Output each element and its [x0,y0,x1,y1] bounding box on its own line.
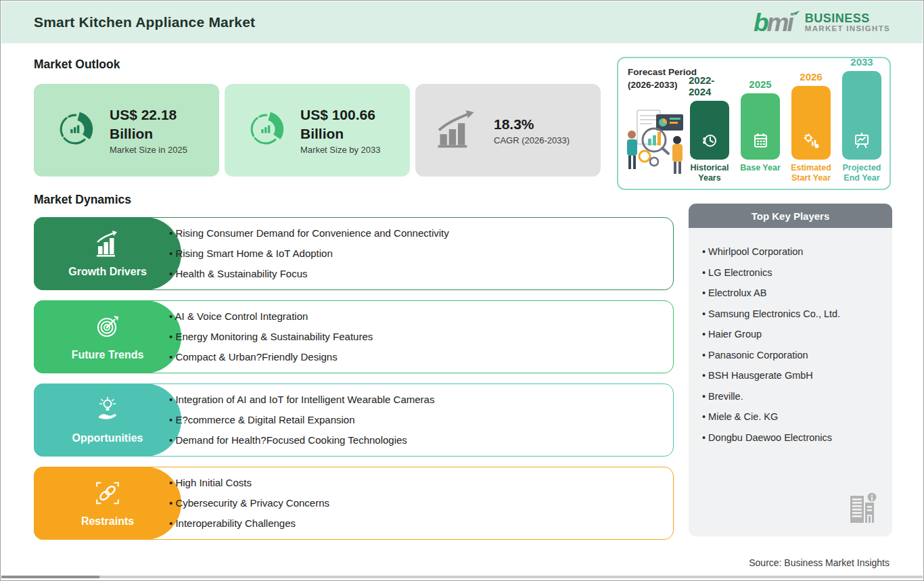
key-player-item: LG Electronics [702,266,879,279]
building-info-icon [846,492,877,528]
donut-chart-icon [54,108,96,153]
logo-letter-i: i [787,9,792,37]
bullet-item: Health & Sustainability Focus [169,267,662,281]
bar-role-label: Base Year [740,163,781,185]
presentation-icon [853,132,871,152]
history-clock-icon [701,132,718,152]
bullet-item: AI & Voice Control Integration [169,310,662,323]
bulb-hand-icon [94,396,121,426]
row-label-text: Future Trends [72,349,144,361]
bar-year-label: 2022-2024 [689,74,731,97]
forecast-bar-historical: 2022-2024 Historical Years [689,74,731,185]
forecast-period-panel: Forecast Period (2026-2033) [617,57,891,190]
bullet-item: Rising Consumer Demand for Convenience a… [169,227,662,240]
top-key-players-panel: Top Key Players Whirlpool Corporation LG… [689,204,892,536]
key-player-item: Whirlpool Corporation [702,246,879,258]
growth-drivers-bullets: Rising Consumer Demand for Convenience a… [169,218,662,289]
horizontal-scrollbar[interactable] [1,576,923,578]
gear-chart-icon [802,132,820,152]
stat-value: 18.3% [494,115,605,133]
row-label-text: Restraints [81,515,134,528]
page-title: Smart Kitchen Appliance Market [34,14,255,30]
bar-estimated-start [791,86,831,160]
restraints-bullets: High Initial Costs Cybersecurity & Priva… [169,467,662,539]
bar-role-label: Estimated Start Year [790,163,832,185]
logo-arrow-icon [793,8,800,15]
bullet-item: Cybersecurity & Privacy Concerns [169,496,662,510]
stat-card-market-size-2025: US$ 22.18 Billion Market Size in 2025 [34,84,219,177]
row-label-text: Opportunities [72,432,143,444]
analytics-illustration [622,99,690,178]
stat-cards: US$ 22.18 Billion Market Size in 2025 [34,84,601,177]
dynamics-row-restraints: Restraints High Initial Costs Cybersecur… [34,467,674,540]
stat-card-cagr: 18.3% CAGR (2026-2033) [415,84,601,177]
key-player-item: Samsung Electronics Co., Ltd. [702,308,879,320]
bullet-item: High Initial Costs [169,476,662,490]
forecast-title-line2: (2026-2033) [628,79,697,92]
header-bar: Smart Kitchen Appliance Market bmi BUSIN… [1,1,923,43]
stat-label: CAGR (2026-2033) [494,135,605,145]
bar-year-label: 2033 [850,56,873,68]
key-player-item: Breville. [702,390,879,402]
logo-line1: BUSINESS [805,12,890,25]
growth-drivers-label: Growth Drivers [34,217,181,290]
row-label-text: Growth Drivers [68,266,147,278]
bullet-item: E?commerce & Digital Retail Expansion [169,413,662,427]
calendar-icon [752,132,769,152]
bar-projected-end [842,71,881,160]
donut-chart-icon [245,108,287,153]
key-player-item: BSH Hausgerate GmbH [702,369,879,381]
future-trends-bullets: AI & Voice Control Integration Energy Mo… [169,301,662,373]
bullet-item: Integration of AI and IoT for Intelligen… [169,393,662,406]
infographic-page: Smart Kitchen Appliance Market bmi BUSIN… [0,0,924,581]
restraints-label: Restraints [34,467,181,540]
chain-link-icon [94,480,121,509]
bmi-logo: bmi BUSINESS MARKET INSIGHTS [754,10,890,35]
logo-line2: MARKET INSIGHTS [805,24,890,32]
forecast-bars: 2022-2024 Historical Years 2025 [689,56,883,185]
key-player-item: Haier Group [702,328,879,340]
market-dynamics-heading: Market Dynamics [34,193,131,207]
key-player-item: Dongbu Daewoo Electronics [702,432,879,444]
bar-role-label: Projected End Year [841,163,883,185]
key-players-header: Top Key Players [689,204,892,228]
bullet-item: Demand for Health?Focused Cooking Techno… [169,434,662,447]
scrollbar-thumb[interactable] [1,576,99,578]
future-trends-label: Future Trends [34,300,181,373]
bar-year-label: 2025 [749,78,771,90]
logo-letter-m: m [767,9,787,37]
bar-role-label: Historical Years [689,163,731,185]
growth-arrow-icon [436,110,480,151]
target-dart-icon [94,313,121,343]
key-players-list: Whirlpool Corporation LG Electronics Ele… [689,228,892,536]
dynamics-row-opportunities: Opportunities Integration of AI and IoT … [34,384,674,457]
market-outlook-heading: Market Outlook [34,57,120,72]
dynamics-row-growth-drivers: Growth Drivers Rising Consumer Demand fo… [34,217,674,290]
bullet-item: Compact & Urban?Friendly Designs [169,350,662,364]
forecast-bar-base: 2025 Base Year [739,78,781,185]
dynamics-row-future-trends: Future Trends AI & Voice Control Integra… [34,300,674,373]
stat-label: Market Size by 2033 [300,145,412,155]
bmi-logo-text: BUSINESS MARKET INSIGHTS [805,12,890,33]
logo-letter-b: b [754,9,767,37]
stat-value: US$ 22.18 Billion [110,106,221,143]
opportunities-label: Opportunities [34,384,181,457]
stat-card-market-size-2033: US$ 100.66 Billion Market Size by 2033 [225,84,410,177]
stat-label: Market Size in 2025 [110,145,221,155]
forecast-period-title: Forecast Period (2026-2033) [628,66,697,92]
bar-historical [690,101,729,160]
bullet-item: Interoperability Challenges [169,517,662,530]
key-player-item: Electrolux AB [702,287,879,299]
forecast-bar-start: 2026 [790,71,832,185]
growth-chart-icon [95,230,120,260]
bullet-item: Energy Monitoring & Sustainability Featu… [169,330,662,344]
key-player-item: Panasonic Corporation [702,349,879,361]
forecast-title-line1: Forecast Period [628,66,697,79]
bar-base-year [741,93,780,160]
source-attribution: Source: Business Market Insights [749,557,890,568]
bullet-item: Rising Smart Home & IoT Adoption [169,247,662,260]
bmi-logo-mark: bmi [754,10,799,35]
opportunities-bullets: Integration of AI and IoT for Intelligen… [169,384,662,456]
key-player-item: Miele & Cie. KG [702,411,879,423]
stat-value: US$ 100.66 Billion [300,106,412,143]
